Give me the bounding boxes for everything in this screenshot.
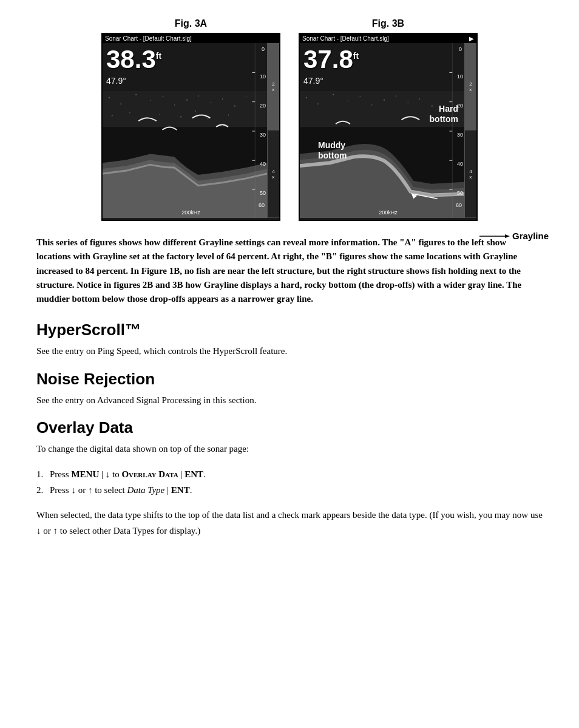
grayline-label-container: Grayline — [479, 231, 549, 241]
instruction-step-2: 2. Press ↓ or ↑ to select Data Type | EN… — [36, 483, 543, 498]
svg-rect-4 — [121, 103, 121, 105]
svg-rect-7 — [163, 96, 164, 97]
svg-rect-5 — [135, 94, 137, 95]
svg-rect-32 — [306, 97, 307, 98]
svg-rect-19 — [180, 116, 181, 117]
zoom-bar-3a: 2x 4x — [267, 43, 279, 218]
step-2-text: Press ↓ or ↑ to select Data Type | ENT. — [50, 483, 192, 498]
description-text: This series of figures shows how differe… — [36, 237, 521, 304]
svg-rect-20 — [195, 110, 196, 112]
depth-value-3b: 37.8 — [303, 45, 353, 73]
scale-60-3b: 60 — [456, 202, 462, 208]
zoom-2x-3b: 2x — [465, 43, 476, 131]
final-paragraph: When selected, the data type shifts to t… — [36, 508, 543, 539]
svg-rect-33 — [318, 103, 319, 105]
noise-rejection-heading: Noise Rejection — [36, 370, 543, 389]
svg-rect-9 — [186, 100, 188, 101]
svg-rect-18 — [160, 114, 160, 115]
svg-rect-13 — [234, 106, 235, 107]
zoom-4x-3b: 4x — [465, 131, 476, 218]
svg-rect-14 — [246, 97, 247, 97]
freq-label-3a: 200kHz — [181, 209, 200, 216]
annotation-hard: Hardbottom — [430, 104, 458, 124]
grayline-arrow-line — [479, 233, 510, 239]
depth-reading-3a: 38.3ft — [106, 47, 161, 72]
svg-rect-16 — [129, 112, 130, 113]
scale-0-3b: 0 — [459, 46, 462, 52]
freq-label-3b: 200kHz — [379, 209, 398, 216]
overlay-data-intro: To change the digital data shown on top … — [36, 442, 543, 456]
svg-rect-8 — [174, 104, 175, 106]
depth-value-3a: 38.3 — [106, 45, 156, 73]
svg-rect-38 — [384, 100, 385, 101]
overlay-data-label: Overlay Data — [121, 469, 178, 479]
temp-reading-3a: 47.9° — [106, 76, 126, 86]
instruction-step-1: 1. Press MENU | ↓ to Overlay Data | ENT. — [36, 467, 543, 483]
figure-3a-wrapper: Fig. 3A Sonar Chart - [Default Chart.slg… — [101, 18, 280, 221]
svg-rect-10 — [198, 95, 199, 97]
depth-unit-3b: ft — [353, 51, 359, 61]
sonar-titlebar-3a: Sonar Chart - [Default Chart.slg] — [103, 34, 279, 43]
muddy-bottom-text: Muddy bottom — [318, 140, 347, 160]
temp-reading-3b: 47.9° — [303, 76, 323, 86]
menu-key: MENU — [71, 469, 99, 479]
scale-10-3a: 10 — [260, 73, 266, 80]
sonar-body-3a: 38.3ft 47.9° 0 10 20 30 40 50 60 2x 4x 2… — [103, 43, 279, 218]
figures-section: Fig. 3A Sonar Chart - [Default Chart.slg… — [36, 18, 543, 221]
sonar-image-3a: Sonar Chart - [Default Chart.slg] — [101, 33, 280, 221]
svg-rect-6 — [151, 100, 151, 101]
scale-0-3a: 0 — [262, 46, 265, 52]
sonar-body-3b: 37.8ft 47.9° Muddy bottom Hardbottom 0 1… — [300, 43, 476, 218]
svg-rect-37 — [371, 104, 372, 106]
scale-30-3a: 30 — [260, 132, 266, 138]
scale-50-3a: 50 — [260, 190, 266, 196]
svg-rect-41 — [419, 98, 420, 100]
scale-40-3a: 40 — [260, 161, 266, 167]
ent-key-1: ENT — [185, 469, 203, 479]
zoom-bar-3b: 2x 4x — [464, 43, 476, 218]
instruction-list: 1. Press MENU | ↓ to Overlay Data | ENT.… — [36, 467, 543, 498]
figure-3b-wrapper: Fig. 3B Sonar Chart - [Default Chart.slg… — [299, 18, 478, 221]
ent-key-2: ENT — [171, 485, 190, 495]
description-paragraph: This series of figures shows how differe… — [36, 236, 543, 306]
scale-10-3b: 10 — [457, 73, 463, 80]
scale-40-3b: 40 — [457, 161, 463, 167]
sonar-image-3b: Sonar Chart - [Default Chart.slg] ▶ — [299, 33, 478, 221]
svg-rect-39 — [396, 95, 396, 97]
hard-bottom-text: Hardbottom — [430, 104, 458, 124]
step-1-num: 1. — [36, 467, 47, 483]
svg-rect-15 — [112, 115, 113, 116]
svg-rect-35 — [348, 100, 348, 101]
overlay-data-heading: Overlay Data — [36, 418, 543, 437]
arrow-right-icon: ▶ — [469, 35, 474, 42]
data-type-label: Data Type — [127, 485, 164, 495]
scale-30-3b: 30 — [457, 132, 463, 138]
sonar-title-text-3a: Sonar Chart - [Default Chart.slg] — [105, 35, 192, 42]
depth-reading-3b: 37.8ft — [303, 47, 359, 72]
step-2-num: 2. — [36, 483, 47, 498]
svg-marker-52 — [505, 234, 510, 238]
svg-rect-21 — [207, 118, 208, 119]
svg-rect-40 — [407, 103, 408, 103]
scale-20-3a: 20 — [260, 103, 266, 109]
fig3a-label: Fig. 3A — [175, 18, 207, 29]
svg-rect-36 — [360, 96, 361, 97]
svg-rect-11 — [210, 103, 211, 103]
depth-unit-3a: ft — [156, 51, 161, 61]
fig3b-label: Fig. 3B — [372, 18, 404, 29]
scale-60-3a: 60 — [259, 202, 265, 208]
zoom-2x-3a: 2x — [268, 43, 279, 131]
svg-rect-34 — [333, 94, 334, 95]
sonar-titlebar-3b: Sonar Chart - [Default Chart.slg] ▶ — [300, 34, 476, 43]
annotation-muddy: Muddy bottom — [318, 140, 347, 161]
scale-50-3b: 50 — [457, 190, 463, 196]
grayline-text: Grayline — [512, 231, 549, 241]
svg-rect-12 — [222, 98, 223, 100]
svg-rect-3 — [109, 97, 110, 98]
sonar-title-text-3b: Sonar Chart - [Default Chart.slg] — [302, 35, 389, 42]
zoom-4x-3a: 4x — [268, 131, 279, 218]
step-1-text: Press MENU | ↓ to Overlay Data | ENT. — [50, 467, 206, 483]
hyperscroll-heading: HyperScroll™ — [36, 321, 543, 339]
hyperscroll-body: See the entry on Ping Speed, which contr… — [36, 344, 543, 358]
noise-rejection-body: See the entry on Advanced Signal Process… — [36, 393, 543, 407]
